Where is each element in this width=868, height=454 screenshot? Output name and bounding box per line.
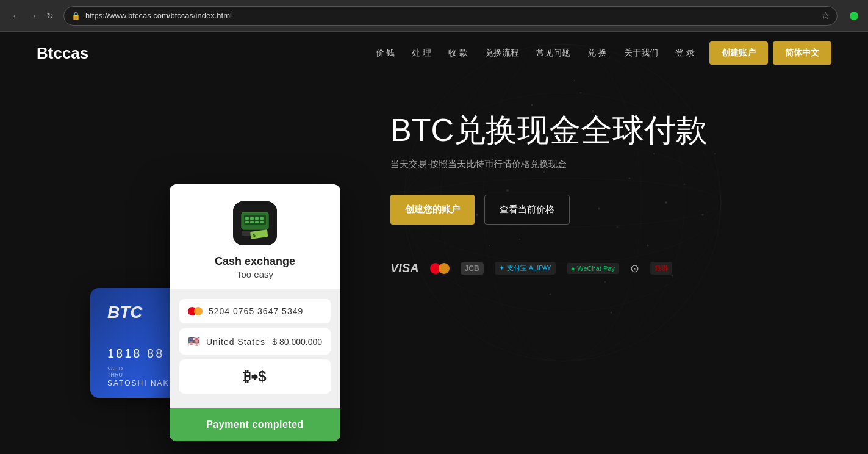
visa-icon: VISA bbox=[390, 261, 419, 275]
nav-exchange[interactable]: 兑 换 bbox=[587, 48, 607, 59]
forward-button[interactable]: → bbox=[27, 10, 39, 22]
nav-links: 价 钱 处 理 收 款 兑换流程 常见问题 兑 换 关于我们 登 录 bbox=[376, 48, 695, 59]
modal-overlay: $ Cash exchange Too easy 5204 0765 3647 … bbox=[170, 184, 340, 441]
diners-icon: ⊙ bbox=[630, 262, 639, 275]
hero-subtitle: 当天交易·按照当天比特币行情价格兑换现金 bbox=[390, 159, 831, 170]
site-wrapper: Btccas 价 钱 处 理 收 款 兑换流程 常见问题 兑 换 关于我们 登 … bbox=[0, 32, 868, 454]
wechat-icon: ● WeChat Pay bbox=[567, 263, 619, 274]
refresh-button[interactable]: ↻ bbox=[44, 10, 56, 22]
payment-completed-button[interactable]: Payment completed bbox=[170, 408, 340, 441]
alipay-icon: ✦ 支付宝 ALIPAY bbox=[495, 262, 556, 275]
cash-exchange-modal: $ Cash exchange Too easy 5204 0765 3647 … bbox=[170, 184, 340, 441]
svg-rect-41 bbox=[250, 217, 254, 220]
modal-app-icon: $ bbox=[233, 201, 277, 245]
lock-icon: 🔒 bbox=[71, 12, 81, 20]
svg-rect-44 bbox=[245, 221, 249, 223]
hero-section: BTC兑换现金全球付款 当天交易·按照当天比特币行情价格兑换现金 创建您的账户 … bbox=[0, 74, 868, 300]
bookmark-icon[interactable]: ☆ bbox=[821, 10, 830, 21]
alipay-label: 支付宝 ALIPAY bbox=[507, 264, 551, 273]
browser-chrome: ← → ↻ 🔒 https://www.btccas.com/btccas/in… bbox=[0, 0, 868, 32]
create-account-hero-button[interactable]: 创建您的账户 bbox=[390, 195, 475, 225]
nav-collect[interactable]: 收 款 bbox=[448, 48, 468, 59]
wechat-icon-symbol: ● bbox=[571, 265, 575, 272]
nav-price[interactable]: 价 钱 bbox=[376, 48, 395, 59]
country-amount-field: 🇺🇸 United States $ 80,000.000 bbox=[179, 328, 331, 355]
url-text: https://www.btccas.com/btccas/index.html bbox=[85, 11, 232, 20]
hero-title: BTC兑换现金全球付款 bbox=[390, 111, 831, 149]
modal-title: Cash exchange bbox=[182, 255, 328, 268]
svg-rect-43 bbox=[260, 217, 264, 220]
exchange-symbol-wrapper: ₿⇒$ bbox=[179, 359, 331, 394]
nav-process[interactable]: 处 理 bbox=[412, 48, 431, 59]
hero-buttons: 创建您的账户 查看当前价格 bbox=[390, 195, 831, 225]
exchange-symbol: ₿⇒$ bbox=[243, 368, 266, 384]
us-flag-icon: 🇺🇸 bbox=[188, 336, 200, 347]
card-number-text: 5204 0765 3647 5349 bbox=[209, 306, 303, 316]
svg-rect-40 bbox=[245, 217, 249, 220]
svg-rect-42 bbox=[255, 217, 259, 220]
country-text: United States bbox=[206, 337, 265, 347]
nav-about[interactable]: 关于我们 bbox=[624, 48, 658, 59]
nav-login[interactable]: 登 录 bbox=[675, 48, 695, 59]
wechat-label: WeChat Pay bbox=[577, 265, 615, 272]
green-status-dot bbox=[850, 12, 858, 20]
payment-brands: VISA JCB ✦ 支付宝 ALIPAY ● WeChat Pay ⊙ 銀聯 bbox=[390, 261, 831, 275]
nav-faq[interactable]: 常见问题 bbox=[536, 48, 570, 59]
back-button[interactable]: ← bbox=[10, 10, 22, 22]
modal-body: 5204 0765 3647 5349 🇺🇸 United States $ 8… bbox=[170, 289, 340, 408]
unionpay-icon: 銀聯 bbox=[650, 262, 672, 275]
address-bar[interactable]: 🔒 https://www.btccas.com/btccas/index.ht… bbox=[63, 6, 838, 26]
card-number-field: 5204 0765 3647 5349 bbox=[179, 299, 331, 323]
svg-rect-47 bbox=[260, 221, 264, 223]
mastercard-field-icon bbox=[188, 306, 203, 316]
site-logo[interactable]: Btccas bbox=[37, 44, 88, 63]
nav-exchange-flow[interactable]: 兑换流程 bbox=[485, 48, 519, 59]
amount-text: $ 80,000.000 bbox=[272, 337, 322, 347]
modal-subtitle: Too easy bbox=[182, 269, 328, 279]
create-account-nav-button[interactable]: 创建账户 bbox=[709, 41, 768, 65]
check-price-button[interactable]: 查看当前价格 bbox=[484, 195, 570, 225]
svg-point-36 bbox=[610, 312, 612, 314]
jcb-icon: JCB bbox=[461, 262, 484, 275]
hero-right: BTC兑换现金全球付款 当天交易·按照当天比特币行情价格兑换现金 创建您的账户 … bbox=[342, 99, 831, 275]
navbar: Btccas 价 钱 处 理 收 款 兑换流程 常见问题 兑 换 关于我们 登 … bbox=[0, 32, 868, 74]
nav-buttons: ← → ↻ bbox=[10, 10, 56, 22]
modal-header: $ Cash exchange Too easy bbox=[170, 184, 340, 289]
svg-rect-45 bbox=[250, 221, 254, 223]
mastercard-icon bbox=[430, 262, 450, 275]
alipay-icon-symbol: ✦ bbox=[499, 264, 504, 272]
svg-rect-46 bbox=[255, 221, 259, 223]
language-button[interactable]: 简体中文 bbox=[773, 41, 831, 65]
